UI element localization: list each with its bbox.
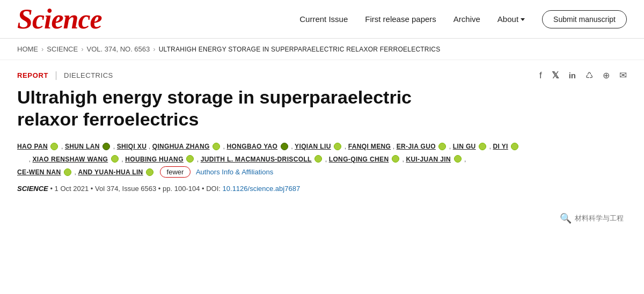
author-shiqi-xu[interactable]: SHIQI XU [117,143,147,150]
orcid-hao-pan [50,143,58,150]
submit-manuscript-button[interactable]: Submit manuscript [542,10,627,28]
watermark: 🔍 材料科学与工程 [560,212,624,224]
linkedin-icon[interactable]: in [569,71,576,80]
author-lin-gu[interactable]: LIN GU [453,143,476,150]
orcid-yuan-hua-lin [146,168,153,176]
chevron-down-icon [521,18,525,21]
breadcrumb-volume[interactable]: VOL. 374, NO. 6563 [86,45,150,53]
top-navigation: Science Current Issue First release pape… [0,0,644,39]
nav-links: Current Issue First release papers Archi… [299,10,627,28]
journal-info: SCIENCE • 1 Oct 2021 • Vol 374, Issue 65… [17,185,627,193]
category-tag: DIELECTRICS [64,71,113,79]
author-hongbao-yao[interactable]: HONGBAO YAO [227,143,278,150]
author-long-qing-chen[interactable]: LONG-QING CHEN [329,156,389,163]
twitter-icon[interactable]: 𝕏 [552,70,559,81]
watermark-icon: 🔍 [560,212,572,224]
section-left: REPORT DIELECTRICS [17,71,113,80]
author-kui-juan-jin[interactable]: KUI-JUAN JIN [406,156,451,163]
affiliations-link[interactable]: Authors Info & Affiliations [196,168,273,176]
fewer-button[interactable]: fewer [160,166,191,178]
author-xiao-renshaw-wang[interactable]: XIAO RENSHAW WANG [32,156,108,163]
orcid-er-jia-guo [438,143,446,150]
article-title: Ultrahigh energy storage in superparaele… [17,86,457,131]
orcid-shun-lan [103,143,110,150]
author-yiqian-liu[interactable]: YIQIAN LIU [295,143,331,150]
journal-date: 1 Oct 2021 [55,185,89,193]
watermark-text: 材料科学与工程 [575,214,624,223]
author-houbing-huang[interactable]: HOUBING HUANG [125,156,184,163]
section-divider [56,71,56,80]
breadcrumb-sep-3: › [153,45,155,53]
article-area: REPORT DIELECTRICS f 𝕏 in ♺ ⊕ ✉ Ultrahig… [0,60,644,193]
archive-link[interactable]: Archive [453,14,480,24]
author-hao-pan[interactable]: HAO PAN [17,143,48,150]
orcid-judith-macmanus [314,155,322,163]
author-er-jia-guo[interactable]: ER-JIA GUO [397,143,436,150]
journal-separator-3: • [158,185,163,193]
author-judith-macmanus[interactable]: JUDITH L. MACMANUS-DRISCOLL [201,156,312,163]
orcid-yiqian-liu [334,143,341,150]
social-icons-row: f 𝕏 in ♺ ⊕ ✉ [539,70,627,81]
author-shun-lan[interactable]: SHUN LAN [65,143,100,150]
orcid-long-qing-chen [392,155,399,163]
report-tag: REPORT [17,71,48,79]
orcid-ce-wen-nan [64,168,71,176]
current-issue-link[interactable]: Current Issue [299,14,348,24]
orcid-lin-gu [479,143,486,150]
journal-doi-label: DOI: [206,185,221,193]
journal-separator-1: • [50,185,54,193]
journal-separator-2: • [91,185,95,193]
orcid-di-yi [511,143,518,150]
breadcrumb-home[interactable]: HOME [17,45,38,53]
science-logo[interactable]: Science [17,5,102,33]
breadcrumb-science[interactable]: SCIENCE [47,45,78,53]
authors-line: HAO PAN , SHUN LAN , SHIQI XU , QINGHUA … [17,141,627,179]
author-qinghua-zhang[interactable]: QINGHUA ZHANG [152,143,210,150]
breadcrumb-sep-2: › [81,45,83,53]
orcid-xiao-renshaw-wang [111,155,119,163]
about-link[interactable]: About [497,14,518,24]
journal-name: SCIENCE [17,185,48,193]
orcid-qinghua-zhang [213,143,220,150]
breadcrumb-current: ULTRAHIGH ENERGY STORAGE IN SUPERPARAELE… [159,46,441,53]
journal-volume: Vol 374, Issue 6563 [95,185,156,193]
facebook-icon[interactable]: f [539,70,542,81]
orcid-hongbao-yao [281,143,288,150]
about-dropdown[interactable]: About [497,14,525,24]
first-release-link[interactable]: First release papers [365,14,436,24]
author-fanqi-meng[interactable]: FANQI MENG [348,143,391,150]
wechat-icon[interactable]: ⊕ [603,70,610,80]
breadcrumb-sep-1: › [41,45,43,53]
reddit-icon[interactable]: ♺ [586,70,593,80]
email-icon[interactable]: ✉ [619,70,627,81]
journal-doi-link[interactable]: 10.1126/science.abj7687 [223,185,301,193]
journal-pages: pp. 100-104 [163,185,200,193]
orcid-houbing-huang [186,155,194,163]
author-ce-wen-nan[interactable]: CE-WEN NAN [17,168,61,176]
breadcrumb: HOME › SCIENCE › VOL. 374, NO. 6563 › UL… [0,39,644,60]
journal-separator-4: • [202,185,206,193]
author-di-yi[interactable]: DI YI [493,143,508,150]
author-yuan-hua-lin[interactable]: AND YUAN-HUA LIN [78,168,143,176]
section-row: REPORT DIELECTRICS f 𝕏 in ♺ ⊕ ✉ [17,70,627,81]
orcid-kui-juan-jin [454,155,462,163]
